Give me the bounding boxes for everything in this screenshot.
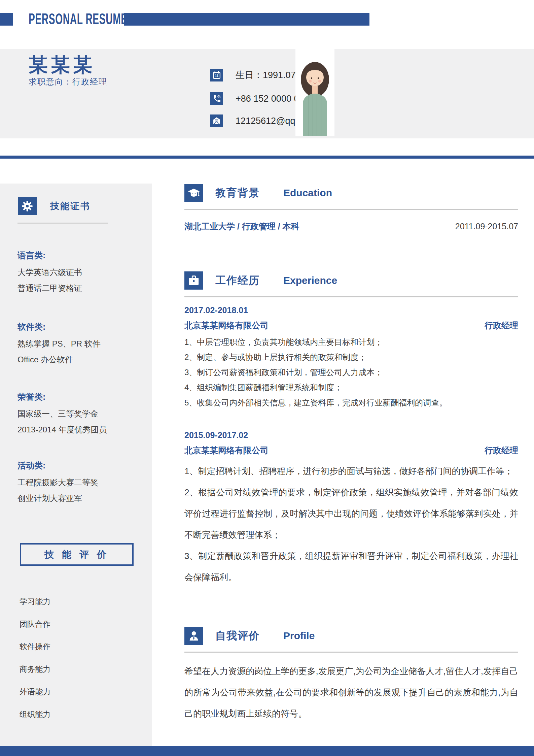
skill-label: 软件操作 [20,642,59,652]
job-role: 行政经理 [485,445,518,456]
skill-row: 商务能力 [20,665,135,673]
skill-evaluation-title: 技 能 评 价 [44,548,109,561]
experience-title-en: Experience [283,275,337,286]
briefcase-icon [184,271,203,290]
gear-icon [18,197,37,215]
banner-accent-square [0,13,13,26]
cert-group-label: 软件类: [17,321,101,332]
skill-row: 外语能力 [20,688,135,695]
job-objective: 求职意向：行政经理 [29,76,107,87]
cert-item: Office 办公软件 [17,352,101,367]
job-company: 北京某某网络有限公司 [184,445,269,456]
education-period: 2011.09-2015.07 [455,222,518,231]
skill-label: 学习能力 [20,596,59,607]
header-divider-bar [0,156,534,159]
profile-text: 希望在人力资源的岗位上学的更多,发展更广,为公司为企业储备人才,留住人才,发挥自… [184,661,518,724]
skill-label: 团队合作 [20,619,59,629]
person-icon [184,627,203,645]
skill-evaluation-box: 技 能 评 价 [20,543,134,566]
profile-section: 自我评价 Profile 希望在人力资源的岗位上学的更多,发展更广,为公司为企业… [184,626,518,724]
education-section: 教育背景 Education 湖北工业大学 / 行政管理 / 本科 2011.0… [184,184,518,232]
job-role: 行政经理 [485,320,518,331]
graduation-cap-icon [184,184,203,202]
sidebar: 技能证书 语言类: 大学英语六级证书 普通话二甲资格证 软件类: 熟练掌握 PS… [0,184,152,746]
job-duty: 5、收集公司内外部相关信息，建立资料库，完成对行业薪酬福利的调查。 [184,395,518,410]
education-title-en: Education [283,187,332,199]
avatar [295,40,334,136]
banner-accent-bar [124,13,369,26]
job-duty: 4、组织编制集团薪酬福利管理系统和制度； [184,380,518,395]
job-duty: 2、根据公司对绩效管理的要求，制定评价政策，组织实施绩效管理，并对各部门绩效评价… [184,482,518,546]
skill-row: 学习能力 [20,598,135,605]
cert-item: 2013-2014 年度优秀团员 [17,422,107,437]
cert-group-label: 活动类: [17,460,98,471]
header: 某某某 求职意向：行政经理 11 生日：1991.07.07 +86 152 0… [0,49,534,138]
email-icon [210,114,223,127]
job-duty: 3、制订公司薪资福利政策和计划，管理公司人力成本； [184,365,518,380]
certs-divider [17,223,108,224]
cert-group-honors: 荣誉类: 国家级一、三等奖学金 2013-2014 年度优秀团员 [17,391,107,437]
cert-group-label: 荣誉类: [17,391,107,402]
skill-row: 组织能力 [20,711,135,718]
experience-section: 工作经历 Experience 2017.02-2018.01 北京某某网络有限… [184,271,518,588]
job-duty: 3、制定薪酬政策和晋升政策，组织提薪评审和晋升评审，制定公司福利政策，办理社会保… [184,546,518,588]
job-duty: 1、中层管理职位，负责其功能领域内主要目标和计划； [184,334,518,350]
job-head: 北京某某网络有限公司 行政经理 [184,320,518,331]
education-row: 湖北工业大学 / 行政管理 / 本科 2011.09-2015.07 [184,221,518,232]
job-duties: 1、中层管理职位，负责其功能领域内主要目标和计划； 2、制定、参与或协助上层执行… [184,334,518,410]
job-duty: 2、制定、参与或协助上层执行相关的政策和制度； [184,350,518,365]
cert-item: 大学英语六级证书 [17,264,82,280]
job-duty: 1、制定招聘计划、招聘程序，进行初步的面试与筛选，做好各部门间的协调工作等； [184,461,518,482]
skill-bar-track [59,667,135,671]
skill-label: 商务能力 [20,664,59,675]
phone-icon [210,92,223,105]
cert-item: 创业计划大赛亚军 [17,490,98,506]
profile-title-cn: 自我评价 [215,629,260,643]
experience-header: 工作经历 Experience [184,271,518,290]
skill-bar-track [59,622,135,626]
cert-group-language: 语言类: 大学英语六级证书 普通话二甲资格证 [17,250,82,296]
cert-group-label: 语言类: [17,250,82,261]
resume-page: PERSONAL RESUME 某某某 求职意向：行政经理 11 生日：1991… [0,0,534,756]
cert-item: 普通话二甲资格证 [17,280,82,296]
certs-title: 技能证书 [50,200,91,212]
skill-row: 团队合作 [20,620,135,628]
experience-divider [184,296,518,297]
experience-title-cn: 工作经历 [215,273,260,288]
profile-title-en: Profile [283,630,315,642]
job-duties: 1、制定招聘计划、招聘程序，进行初步的面试与筛选，做好各部门间的协调工作等； 2… [184,461,518,588]
skill-label: 组织能力 [20,709,59,720]
cert-group-software: 软件类: 熟练掌握 PS、PR 软件 Office 办公软件 [17,321,101,367]
skill-label: 外语能力 [20,687,59,697]
footer-bar [0,746,534,756]
education-header: 教育背景 Education [184,184,518,202]
skill-bar-track [59,712,135,717]
cert-group-activities: 活动类: 工程院摄影大赛二等奖 创业计划大赛亚军 [17,460,98,506]
calendar-icon: 11 [210,69,223,81]
education-divider [184,209,518,210]
contact-birthday: 11 生日：1991.07.07 [210,68,308,82]
profile-divider [184,652,518,653]
education-title-cn: 教育背景 [215,186,260,200]
education-school: 湖北工业大学 / 行政管理 / 本科 [184,221,299,232]
profile-header: 自我评价 Profile [184,626,518,645]
job-entry: 2017.02-2018.01 北京某某网络有限公司 行政经理 1、中层管理职位… [184,305,518,410]
skill-row: 软件操作 [20,643,135,650]
job-entry: 2015.09-2017.02 北京某某网络有限公司 行政经理 1、制定招聘计划… [184,430,518,588]
skill-bar-track [59,599,135,604]
job-head: 北京某某网络有限公司 行政经理 [184,445,518,456]
skill-bar-track [59,689,135,694]
svg-text:11: 11 [215,74,218,78]
page-title: PERSONAL RESUME [29,9,128,28]
job-company: 北京某某网络有限公司 [184,320,269,331]
cert-item: 工程院摄影大赛二等奖 [17,474,98,490]
cert-item: 国家级一、三等奖学金 [17,406,107,422]
cert-item: 熟练掌握 PS、PR 软件 [17,336,101,352]
job-period: 2017.02-2018.01 [184,305,518,315]
certs-header: 技能证书 [18,197,91,215]
candidate-name: 某某某 [29,52,95,78]
job-period: 2015.09-2017.02 [184,430,518,440]
skill-bar-track [59,644,135,649]
